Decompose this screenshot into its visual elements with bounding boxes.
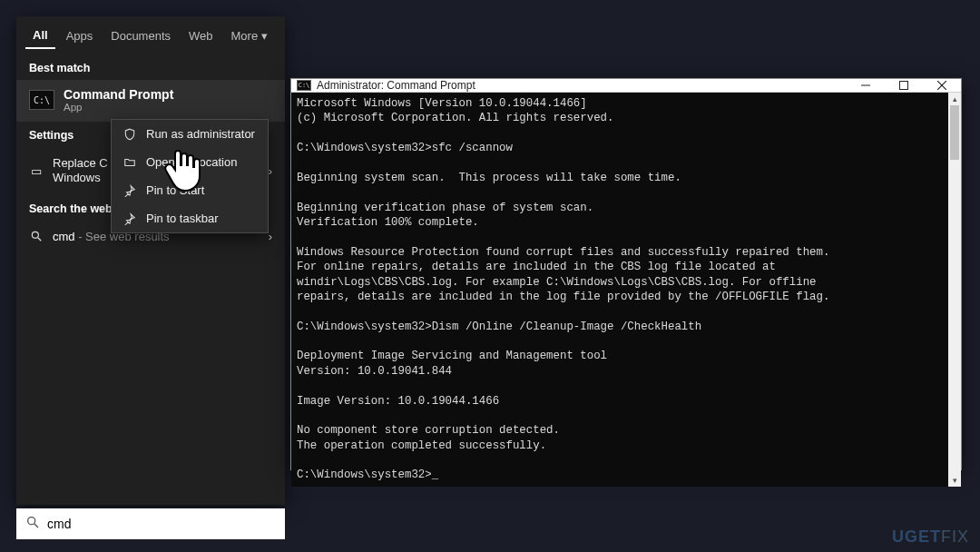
scroll-down-button[interactable]: ▾: [948, 474, 961, 487]
command-prompt-icon: C:\: [29, 90, 54, 110]
minimize-button[interactable]: [847, 79, 885, 92]
close-button[interactable]: [923, 79, 961, 92]
folder-icon: [122, 156, 137, 169]
maximize-button[interactable]: [885, 79, 923, 92]
svg-line-3: [34, 524, 38, 527]
svg-point-2: [28, 518, 35, 525]
ctx-run-as-admin[interactable]: Run as administrator: [112, 120, 268, 148]
settings-item-label: Replace C Windows: [53, 156, 108, 186]
context-menu: Run as administrator Open file location …: [111, 119, 269, 233]
ctx-item-label: Open file location: [146, 155, 237, 169]
ctx-open-file-location[interactable]: Open file location: [112, 148, 268, 176]
search-input[interactable]: [47, 517, 276, 531]
command-prompt-icon: C:\: [297, 80, 311, 91]
tab-documents[interactable]: Documents: [103, 24, 178, 48]
svg-line-1: [38, 238, 42, 242]
taskbar-search-box[interactable]: [16, 508, 285, 539]
terminal-output[interactable]: Microsoft Windows [Version 10.0.19044.14…: [291, 93, 948, 487]
window-title-bar[interactable]: C:\ Administrator: Command Prompt: [291, 79, 961, 93]
best-match-result[interactable]: C:\ Command Prompt App: [16, 80, 285, 122]
ctx-item-label: Pin to taskbar: [146, 212, 219, 225]
chevron-right-icon: ›: [269, 164, 272, 178]
window-title: Administrator: Command Prompt: [317, 79, 475, 92]
start-search-panel: All Apps Documents Web More ▾ Best match…: [16, 16, 285, 505]
chevron-down-icon: ▾: [261, 29, 268, 43]
ctx-pin-to-start[interactable]: Pin to Start: [112, 176, 268, 204]
tab-all[interactable]: All: [25, 23, 55, 49]
best-match-subtitle: App: [64, 102, 173, 113]
best-match-title: Command Prompt: [64, 87, 173, 102]
ctx-pin-to-taskbar[interactable]: Pin to taskbar: [112, 204, 268, 232]
pin-icon: [122, 212, 137, 225]
search-icon: [29, 230, 44, 242]
best-match-header: Best match: [16, 54, 285, 80]
tab-more-label: More: [231, 29, 259, 43]
scroll-thumb[interactable]: [950, 105, 959, 160]
svg-rect-5: [900, 82, 908, 90]
search-icon: [25, 515, 40, 533]
tab-apps[interactable]: Apps: [59, 24, 101, 48]
watermark: UGETFIX: [892, 527, 969, 547]
ctx-item-label: Pin to Start: [146, 183, 204, 197]
command-prompt-window: C:\ Administrator: Command Prompt Micros…: [290, 78, 962, 470]
ctx-item-label: Run as administrator: [146, 127, 255, 141]
search-tabs: All Apps Documents Web More ▾: [16, 16, 285, 54]
tab-web[interactable]: Web: [181, 24, 220, 48]
scroll-track[interactable]: [948, 105, 961, 474]
svg-point-0: [32, 232, 38, 238]
scroll-up-button[interactable]: ▴: [948, 93, 961, 105]
vertical-scrollbar[interactable]: ▴ ▾: [948, 93, 961, 487]
display-icon: ▭: [29, 164, 44, 178]
chevron-right-icon: ›: [269, 230, 272, 243]
shield-icon: [122, 128, 137, 141]
tab-more[interactable]: More ▾: [224, 24, 276, 48]
pin-icon: [122, 184, 137, 197]
